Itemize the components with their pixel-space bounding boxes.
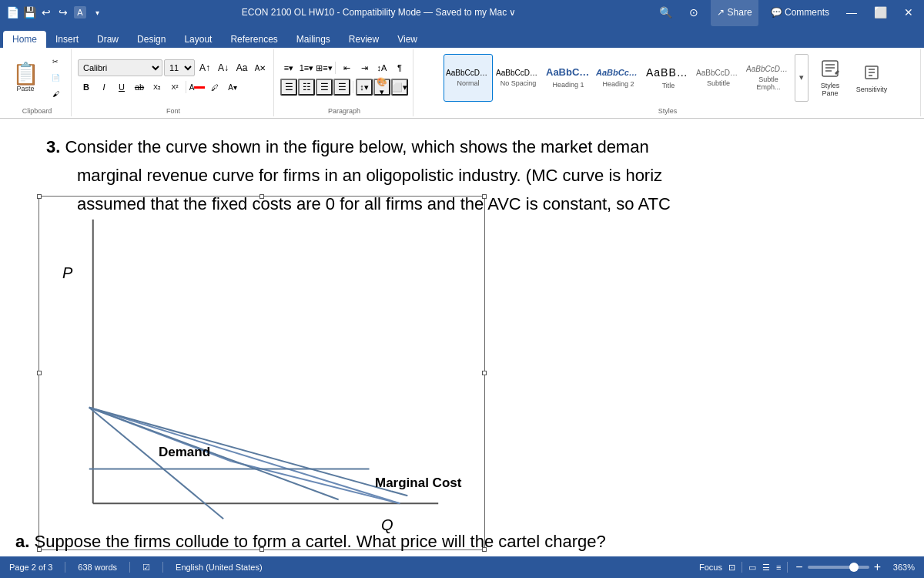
font-label: Font xyxy=(166,106,180,115)
style-label: Heading 1 xyxy=(552,81,584,89)
tab-mailings[interactable]: Mailings xyxy=(287,31,340,48)
svg-line-10 xyxy=(89,408,400,503)
style-subtitle[interactable]: AaBbCcDdEe Subtitle xyxy=(694,54,743,102)
zoom-level: 363% xyxy=(886,563,915,572)
zoom-in-button[interactable]: + xyxy=(872,561,882,573)
increase-font-button[interactable]: A↑ xyxy=(196,59,213,76)
svg-line-13 xyxy=(89,408,339,499)
align-buttons: ☰ ☷ ☰ ☰ ↕▾ 🎨▾ ⬜▾ xyxy=(280,79,408,96)
styles-pane-label: Styles Pane xyxy=(821,82,840,97)
zoom-slider[interactable] xyxy=(808,566,869,569)
sensitivity-icon xyxy=(861,62,882,83)
tab-draw[interactable]: Draw xyxy=(88,31,128,48)
align-right-button[interactable]: ☰ xyxy=(316,79,333,96)
decrease-font-button[interactable]: A↓ xyxy=(215,59,232,76)
autosave-icon[interactable]: A xyxy=(74,6,86,18)
clipboard-group: 📋 Paste ✂ 📄 🖌 Clipboard xyxy=(3,49,72,116)
font-color-button[interactable]: A xyxy=(189,79,206,96)
clear-format-button[interactable]: A✕ xyxy=(252,59,269,76)
comments-button[interactable]: 💬 Comments xyxy=(766,0,834,25)
format-painter-button[interactable]: 🖌 xyxy=(45,86,66,102)
styles-pane-button[interactable]: Styles Pane xyxy=(810,52,850,103)
highlight-button[interactable]: 🖊 xyxy=(206,79,223,96)
sort-button[interactable]: ↕A xyxy=(373,59,390,76)
svg-line-16 xyxy=(89,408,223,519)
style-heading1[interactable]: AaBbCcDc Heading 1 xyxy=(544,54,593,102)
styles-group: AaBbCcDdEe Normal AaBbCcDdEe No Spacing … xyxy=(415,49,921,116)
bullet-list-button[interactable]: ≡▾ xyxy=(280,59,297,76)
document-content[interactable]: 3. Consider the curve shown in the figur… xyxy=(0,119,924,556)
style-subtle-emphasis[interactable]: AaBbCcDdEe Subtle Emph... xyxy=(744,54,793,102)
italic-button[interactable]: I xyxy=(95,79,112,96)
paste-button[interactable]: 📋 Paste xyxy=(8,52,43,103)
tab-view[interactable]: View xyxy=(388,31,427,48)
view-web-icon[interactable]: ☰ xyxy=(762,563,770,573)
bold-button[interactable]: B xyxy=(78,79,95,96)
superscript-button[interactable]: X² xyxy=(166,79,183,96)
save-icon[interactable]: 💾 xyxy=(23,6,35,18)
style-label: Normal xyxy=(457,79,479,87)
tab-layout[interactable]: Layout xyxy=(175,31,221,48)
multilevel-list-button[interactable]: ⊞≡▾ xyxy=(316,59,333,76)
style-normal[interactable]: AaBbCcDdEe Normal xyxy=(444,54,493,102)
tab-home[interactable]: Home xyxy=(3,31,46,48)
copy-button[interactable]: 📄 xyxy=(45,70,66,86)
search-button[interactable]: 🔍 xyxy=(654,0,677,25)
doc-line-1: 3. Consider the curve shown in the figur… xyxy=(46,134,878,160)
minimize-button[interactable]: — xyxy=(842,0,862,25)
share-button[interactable]: ↗ Share xyxy=(711,0,758,26)
borders-button[interactable]: ⬜▾ xyxy=(391,79,408,96)
tab-insert[interactable]: Insert xyxy=(46,31,88,48)
style-label: No Spacing xyxy=(500,79,537,87)
change-case-button[interactable]: Aa xyxy=(233,59,250,76)
style-preview: AaBbCcDdEe xyxy=(446,68,490,78)
font-selector-row: Calibri 11 A↑ A↓ Aa A✕ xyxy=(78,59,269,76)
styles-more-button[interactable]: ▾ xyxy=(795,54,808,102)
align-left-button[interactable]: ☰ xyxy=(280,79,297,96)
more-icon[interactable]: ▾ xyxy=(91,6,103,18)
decrease-indent-button[interactable]: ⇤ xyxy=(338,59,355,76)
numbered-list-button[interactable]: 1≡▾ xyxy=(298,59,315,76)
zoom-out-button[interactable]: − xyxy=(794,561,804,573)
question-content: Suppose the firms collude to form a cart… xyxy=(34,532,605,551)
status-left: Page 2 of 3 638 words ☑ English (United … xyxy=(9,562,263,573)
separator xyxy=(335,62,336,74)
align-center-button[interactable]: ☷ xyxy=(298,79,315,96)
help-button[interactable]: ⊙ xyxy=(685,0,703,25)
view-print-icon[interactable]: ▭ xyxy=(748,563,756,573)
quick-access-toolbar: 📄 💾 ↩ ↪ A ▾ xyxy=(6,6,103,18)
tab-design[interactable]: Design xyxy=(128,31,175,48)
text-color-button[interactable]: A▾ xyxy=(224,79,241,96)
clipboard-content: 📋 Paste ✂ 📄 🖌 xyxy=(8,51,66,104)
style-no-spacing[interactable]: AaBbCcDdEe No Spacing xyxy=(494,54,543,102)
shading-button[interactable]: 🎨▾ xyxy=(373,79,390,96)
subscript-button[interactable]: X₂ xyxy=(149,79,166,96)
close-button[interactable]: ✕ xyxy=(899,0,918,25)
sensitivity-button[interactable]: Sensitivity xyxy=(852,52,892,103)
proofread-icon[interactable]: ☑ xyxy=(142,563,150,573)
tab-references[interactable]: References xyxy=(221,31,286,48)
maximize-button[interactable]: ⬜ xyxy=(869,0,892,25)
tab-review[interactable]: Review xyxy=(340,31,388,48)
align-justify-button[interactable]: ☰ xyxy=(333,79,350,96)
view-outline-icon[interactable]: ≡ xyxy=(776,563,781,572)
cut-button[interactable]: ✂ xyxy=(45,54,66,69)
line-spacing-button[interactable]: ↕▾ xyxy=(356,79,373,96)
style-preview: AaBbCcDc xyxy=(546,66,591,79)
style-title[interactable]: AaBBCcDc Title xyxy=(644,54,693,102)
font-size-select[interactable]: 11 xyxy=(164,59,195,76)
separator xyxy=(65,562,65,573)
focus-icon[interactable]: ⊡ xyxy=(728,563,735,573)
undo-icon[interactable]: ↩ xyxy=(40,6,52,18)
styles-content: AaBbCcDdEe Normal AaBbCcDdEe No Spacing … xyxy=(444,51,892,104)
mc-label: Marginal Cost xyxy=(375,474,461,492)
focus-label[interactable]: Focus xyxy=(699,563,722,572)
font-family-select[interactable]: Calibri xyxy=(78,59,162,76)
style-heading2[interactable]: AaBbCcDdE Heading 2 xyxy=(594,54,643,102)
underline-button[interactable]: U xyxy=(113,79,130,96)
strikethrough-button[interactable]: ab xyxy=(131,79,148,96)
show-marks-button[interactable]: ¶ xyxy=(391,59,408,76)
figure-box[interactable]: P Q Demand Marginal Cost Marginal Revenu… xyxy=(38,196,485,550)
increase-indent-button[interactable]: ⇥ xyxy=(356,59,373,76)
redo-icon[interactable]: ↪ xyxy=(57,6,69,18)
